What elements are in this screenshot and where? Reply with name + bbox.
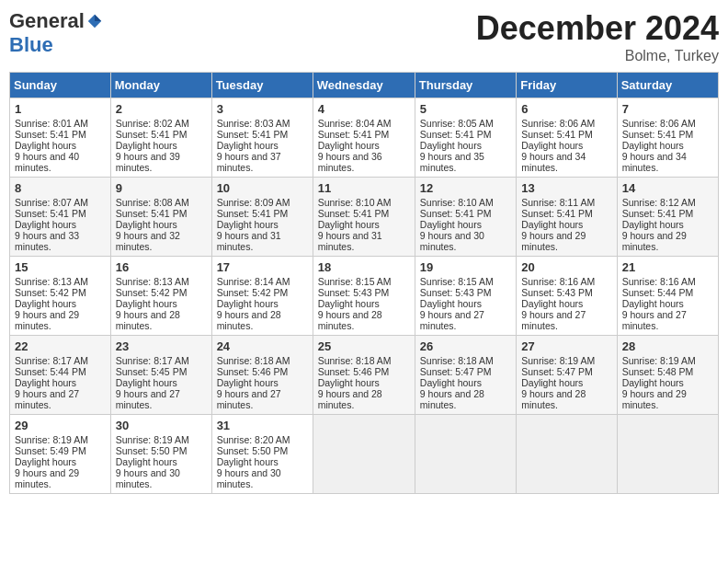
sunset-label: Sunset: 5:41 PM — [116, 129, 188, 140]
sunrise-label: Sunrise: 8:08 AM — [116, 197, 189, 208]
daylight-label: Daylight hours — [521, 219, 583, 230]
daylight-label: Daylight hours — [15, 140, 76, 151]
daylight-label: Daylight hours — [420, 377, 482, 388]
daylight-label: Daylight hours — [217, 140, 279, 151]
daylight-duration: 9 hours and 28 minutes. — [521, 388, 586, 410]
calendar-cell: 22 Sunrise: 8:17 AM Sunset: 5:44 PM Dayl… — [10, 336, 111, 415]
daylight-duration: 9 hours and 29 minutes. — [15, 467, 79, 489]
sunrise-label: Sunrise: 8:19 AM — [15, 434, 88, 445]
daylight-label: Daylight hours — [521, 140, 583, 151]
sunrise-label: Sunrise: 8:20 AM — [217, 434, 290, 445]
day-number: 18 — [318, 260, 410, 274]
calendar-cell: 7 Sunrise: 8:06 AM Sunset: 5:41 PM Dayli… — [617, 98, 718, 178]
daylight-duration: 9 hours and 27 minutes. — [116, 388, 180, 410]
daylight-label: Daylight hours — [318, 140, 380, 151]
sunset-label: Sunset: 5:41 PM — [521, 129, 593, 140]
calendar-cell: 14 Sunrise: 8:12 AM Sunset: 5:41 PM Dayl… — [617, 178, 718, 257]
day-number: 22 — [15, 339, 106, 353]
calendar-cell: 30 Sunrise: 8:19 AM Sunset: 5:50 PM Dayl… — [110, 415, 211, 494]
day-number: 27 — [521, 339, 611, 353]
sunset-label: Sunset: 5:41 PM — [15, 208, 86, 219]
daylight-duration: 9 hours and 29 minutes. — [622, 230, 687, 252]
day-number: 12 — [420, 181, 511, 195]
sunrise-label: Sunrise: 8:14 AM — [217, 276, 290, 287]
day-number: 21 — [622, 260, 713, 274]
calendar-cell: 11 Sunrise: 8:10 AM Sunset: 5:41 PM Dayl… — [313, 178, 415, 257]
weekday-header-friday: Friday — [517, 73, 617, 98]
daylight-duration: 9 hours and 28 minutes. — [420, 388, 484, 410]
daylight-duration: 9 hours and 31 minutes. — [318, 230, 382, 252]
sunrise-label: Sunrise: 8:13 AM — [116, 276, 189, 287]
calendar-cell — [313, 415, 415, 494]
calendar-cell: 2 Sunrise: 8:02 AM Sunset: 5:41 PM Dayli… — [110, 98, 211, 178]
daylight-label: Daylight hours — [521, 298, 583, 309]
sunrise-label: Sunrise: 8:06 AM — [521, 118, 595, 129]
daylight-duration: 9 hours and 28 minutes. — [116, 309, 180, 331]
sunrise-label: Sunrise: 8:19 AM — [116, 434, 189, 445]
daylight-duration: 9 hours and 37 minutes. — [217, 151, 281, 173]
calendar-cell: 23 Sunrise: 8:17 AM Sunset: 5:45 PM Dayl… — [110, 336, 211, 415]
sunrise-label: Sunrise: 8:07 AM — [15, 197, 88, 208]
daylight-label: Daylight hours — [217, 219, 279, 230]
calendar-cell: 25 Sunrise: 8:18 AM Sunset: 5:46 PM Dayl… — [313, 336, 415, 415]
day-number: 4 — [318, 102, 410, 116]
sunset-label: Sunset: 5:42 PM — [116, 287, 188, 298]
day-number: 19 — [420, 260, 511, 274]
sunset-label: Sunset: 5:41 PM — [116, 208, 188, 219]
calendar-cell: 28 Sunrise: 8:19 AM Sunset: 5:48 PM Dayl… — [617, 336, 718, 415]
daylight-duration: 9 hours and 27 minutes. — [217, 388, 281, 410]
sunset-label: Sunset: 5:43 PM — [521, 287, 593, 298]
day-number: 8 — [15, 181, 106, 195]
day-number: 11 — [318, 181, 410, 195]
calendar-cell: 4 Sunrise: 8:04 AM Sunset: 5:41 PM Dayli… — [313, 98, 415, 178]
weekday-header-thursday: Thursday — [415, 73, 516, 98]
logo-icon — [86, 13, 103, 29]
sunrise-label: Sunrise: 8:12 AM — [622, 197, 696, 208]
day-number: 7 — [622, 102, 713, 116]
day-number: 25 — [318, 339, 410, 353]
sunset-label: Sunset: 5:44 PM — [622, 287, 694, 298]
calendar-cell: 16 Sunrise: 8:13 AM Sunset: 5:42 PM Dayl… — [110, 257, 211, 336]
sunset-label: Sunset: 5:41 PM — [420, 129, 492, 140]
daylight-label: Daylight hours — [116, 377, 177, 388]
daylight-label: Daylight hours — [217, 456, 279, 467]
daylight-label: Daylight hours — [15, 456, 76, 467]
daylight-duration: 9 hours and 35 minutes. — [420, 151, 484, 173]
sunset-label: Sunset: 5:46 PM — [318, 366, 390, 377]
daylight-label: Daylight hours — [521, 377, 583, 388]
logo-general: General — [9, 9, 85, 33]
weekday-header-monday: Monday — [110, 73, 211, 98]
weekday-header-saturday: Saturday — [617, 73, 718, 98]
sunrise-label: Sunrise: 8:17 AM — [116, 355, 189, 366]
daylight-duration: 9 hours and 29 minutes. — [15, 309, 79, 331]
daylight-label: Daylight hours — [217, 377, 279, 388]
calendar-cell: 31 Sunrise: 8:20 AM Sunset: 5:50 PM Dayl… — [211, 415, 313, 494]
calendar-cell: 17 Sunrise: 8:14 AM Sunset: 5:42 PM Dayl… — [211, 257, 313, 336]
logo-blue: Blue — [9, 33, 53, 57]
weekday-header-sunday: Sunday — [10, 73, 111, 98]
daylight-duration: 9 hours and 27 minutes. — [15, 388, 79, 410]
day-number: 16 — [116, 260, 207, 274]
sunrise-label: Sunrise: 8:16 AM — [622, 276, 696, 287]
day-number: 23 — [116, 339, 207, 353]
day-number: 3 — [217, 102, 308, 116]
day-number: 29 — [15, 419, 106, 432]
day-number: 15 — [15, 260, 106, 274]
sunset-label: Sunset: 5:41 PM — [318, 129, 390, 140]
daylight-duration: 9 hours and 27 minutes. — [622, 309, 687, 331]
sunrise-label: Sunrise: 8:04 AM — [318, 118, 392, 129]
sunrise-label: Sunrise: 8:09 AM — [217, 197, 290, 208]
calendar-cell: 1 Sunrise: 8:01 AM Sunset: 5:41 PM Dayli… — [10, 98, 111, 178]
calendar-cell: 26 Sunrise: 8:18 AM Sunset: 5:47 PM Dayl… — [415, 336, 516, 415]
calendar-cell: 19 Sunrise: 8:15 AM Sunset: 5:43 PM Dayl… — [415, 257, 516, 336]
calendar-cell: 18 Sunrise: 8:15 AM Sunset: 5:43 PM Dayl… — [313, 257, 415, 336]
daylight-duration: 9 hours and 29 minutes. — [622, 388, 687, 410]
sunset-label: Sunset: 5:48 PM — [622, 366, 694, 377]
daylight-duration: 9 hours and 28 minutes. — [318, 388, 382, 410]
sunrise-label: Sunrise: 8:02 AM — [116, 118, 189, 129]
daylight-duration: 9 hours and 30 minutes. — [420, 230, 484, 252]
sunset-label: Sunset: 5:44 PM — [15, 366, 86, 377]
daylight-label: Daylight hours — [116, 456, 177, 467]
calendar-cell: 24 Sunrise: 8:18 AM Sunset: 5:46 PM Dayl… — [211, 336, 313, 415]
daylight-label: Daylight hours — [116, 298, 177, 309]
